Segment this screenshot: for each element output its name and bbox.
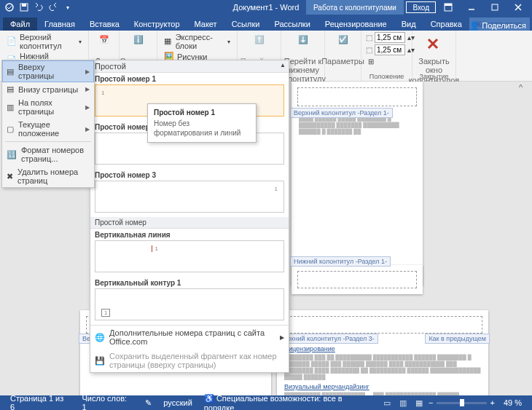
gallery-save-selection[interactable]: 💾Сохранить выделенный фрагмент как номер… [90,349,289,372]
view-read-icon[interactable]: ▭ [380,398,394,408]
page-number-menu: ▤Вверху страницы▶ ▤Внизу страницы▶ ▥На п… [1,60,95,188]
current-icon: ▢ [7,125,14,134]
status-accessibility[interactable]: ♿ Специальные возможности: все в порядке [198,394,380,411]
close-icon[interactable] [507,0,529,15]
gallery-more-label: Дополнительные номера страниц с сайта Of… [109,328,275,346]
express-blocks-button[interactable]: ▦Экспресс-блоки▾ [162,32,232,51]
zoom-out-icon[interactable]: − [429,398,433,407]
gallery-item-4[interactable]: 1 [95,240,284,272]
view-print-icon[interactable]: ▥ [396,398,410,408]
svg-point-0 [6,4,13,11]
gallery-item-5-label: Вертикальный контур 1 [90,277,289,288]
gallery-item-5[interactable]: 1 [95,288,284,320]
ribbon-display-icon[interactable] [437,0,459,15]
status-bar: Страница 1 из 6 Число слов: 1 ✎ русский … [0,395,532,410]
zoom-in-icon[interactable]: + [490,398,494,407]
margins-icon: ▥ [7,103,14,112]
body-text-2: Лицензирование ████████ ███ ██ █████████… [277,339,488,395]
status-a11y-label: Специальные возможности: все в порядке [204,394,343,411]
menu-margins-label: На полях страницы [18,98,81,116]
goto-footer-icon: ⬇️ [293,35,313,55]
share-label: Поделиться [482,21,526,30]
gallery-save-label: Сохранить выделенный фрагмент как номер … [109,352,284,369]
tab-file[interactable]: Файл [3,17,37,31]
share-button[interactable]: 👤 Поделиться [469,21,526,31]
doc-info-icon: ℹ️ [128,35,149,55]
title-bar: ▾ Документ1 - Word Работа с колонтитулам… [0,0,532,15]
view-web-icon[interactable]: ▦ [412,398,426,408]
undo-icon[interactable] [32,1,45,14]
svg-rect-4 [445,4,452,6]
tooltip-body: Номер без форматирования и линий [154,119,250,138]
status-language[interactable]: русский [157,398,197,407]
status-spellcheck-icon[interactable]: ✎ [139,398,157,408]
collapse-ribbon-icon[interactable]: ^ [519,83,531,95]
bottom-icon: ▤ [7,84,14,94]
options-button[interactable]: ☑️ Параметры [329,32,356,68]
header-button[interactable]: 📄Верхний колонтитул▾ [4,32,84,51]
save-selection-icon: 💾 [95,356,105,366]
date-time-icon: 📅 [94,35,114,55]
menu-current-label: Текущее положение [18,120,81,138]
tab-view[interactable]: Вид [394,17,423,31]
contextual-tab-label: Работа с колонтитулами [306,0,404,15]
tab-layout[interactable]: Макет [187,17,224,31]
top-margin-input[interactable] [375,32,405,43]
menu-bottom-of-page[interactable]: ▤Внизу страницы▶ [2,82,94,96]
group-close-label: Закрытие [412,73,455,80]
gallery-more-online[interactable]: 🌐Дополнительные номера страниц с сайта O… [90,326,289,349]
gallery-section-simple2: Простой номер [90,217,289,229]
tab-mailings[interactable]: Рассылки [267,17,317,31]
zoom-slider[interactable] [437,402,488,404]
status-words[interactable]: Число слов: 1 [76,394,139,410]
gallery-item-4-label: Вертикальная линия [90,229,289,240]
header-top-margin[interactable]: ⬚▴▾ [366,32,407,43]
menu-current-position[interactable]: ▢Текущее положение▶ [2,118,94,140]
menu-remove-numbers[interactable]: ✖Удалить номера страниц [2,165,94,187]
tab-references[interactable]: Ссылки [224,17,267,31]
same-as-prev-tab: Как в предыдущем [425,334,490,344]
svg-rect-2 [22,4,26,7]
minimize-icon[interactable] [461,0,482,15]
gallery-item-3-label: Простой номер 3 [90,169,289,181]
options-icon: ☑️ [333,35,353,55]
tab-help[interactable]: Справка [423,17,469,31]
scroll-up-icon[interactable]: ▲ [280,62,286,68]
express-blocks-label: Экспресс-блоки [176,33,224,50]
zoom-level[interactable]: 49 % [498,398,528,407]
group-position-label: Положение [361,73,412,80]
menu-bottom-label: Внизу страницы [18,85,78,94]
bottom-margin-input[interactable] [375,44,405,55]
blocks-icon: ▦ [164,36,173,47]
save-icon[interactable] [17,1,31,14]
gallery-item-3[interactable]: 1 [95,181,284,213]
document-title: Документ1 - Word [233,3,300,12]
tooltip-title: Простой номер 1 [154,109,250,117]
status-page[interactable]: Страница 1 из 6 [4,394,76,410]
office-icon: 🌐 [95,333,105,342]
tab-design[interactable]: Конструктор [127,17,187,31]
goto-header-icon: ⬆️ [249,35,270,55]
redo-icon[interactable] [47,1,60,14]
options-label: Параметры [321,57,364,66]
goto-footer-button[interactable]: ⬇️ Перейти к нижнему колонтитулу [286,32,320,86]
tab-home[interactable]: Главная [37,17,82,31]
autosave-icon[interactable] [3,1,16,14]
menu-top-of-page[interactable]: ▤Вверху страницы▶ [2,60,94,82]
menu-format-numbers[interactable]: 🔢Формат номеров страниц... [2,143,94,165]
close-hf-icon [424,35,445,55]
tab-insert[interactable]: Вставка [82,17,127,31]
menu-top-label: Вверху страницы [18,63,81,80]
insert-tab-button[interactable]: ⊞ [366,57,407,66]
menu-remove-label: Удалить номера страниц [17,167,90,185]
close-hf-label1: Закрыть окно [418,57,449,74]
heading-licensing: Лицензирование [284,342,481,354]
maximize-icon[interactable] [484,0,506,15]
login-button[interactable]: Вход [406,1,436,13]
qat-dropdown-icon[interactable]: ▾ [61,1,74,14]
gallery-section-simple: Простой▲ [90,60,289,73]
ribbon-tabs: Файл Главная Вставка Конструктор Макет С… [0,15,532,31]
footer-bottom-margin[interactable]: ⬚▴▾ [366,44,407,55]
menu-page-margins[interactable]: ▥На полях страницы▶ [2,96,94,118]
tab-review[interactable]: Рецензирование [318,17,394,31]
